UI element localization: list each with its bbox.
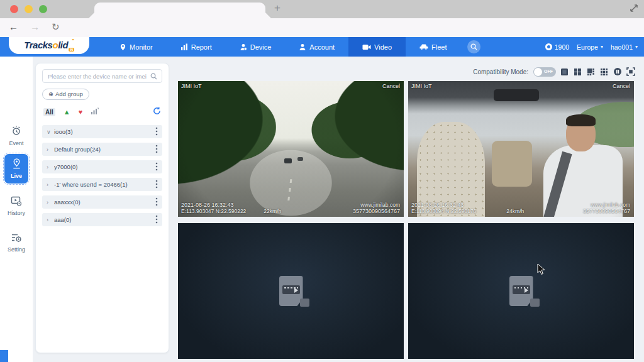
- sidebar-item-live[interactable]: Live: [4, 154, 28, 184]
- brand-spark-icon: ❞: [72, 38, 74, 43]
- play-icon: [525, 288, 528, 293]
- chevron-right-icon[interactable]: ›: [47, 199, 54, 206]
- bar-chart-icon: [180, 43, 188, 50]
- group-row[interactable]: › y7000(0): [42, 160, 162, 173]
- video-tile-empty[interactable]: [178, 223, 404, 359]
- chevron-right-icon[interactable]: ›: [47, 146, 54, 153]
- feed-brand-watermark: JIMI IoT: [411, 83, 432, 89]
- video-tile-cabin[interactable]: JIMI IoT Cancel 2021-08-26 16:32:43 E:11…: [408, 81, 634, 217]
- region-selector[interactable]: Europe▾: [577, 43, 603, 51]
- sidebar-item-setting[interactable]: Setting: [0, 233, 33, 253]
- rail-bottom-accent: [0, 350, 8, 362]
- global-search-button[interactable]: [467, 40, 480, 53]
- feed-id-overlay: www.jimilab.com 357730090564767: [353, 202, 400, 214]
- chevron-right-icon[interactable]: ›: [47, 182, 54, 188]
- kebab-menu-icon[interactable]: [155, 215, 158, 225]
- feed-speed: 22km/h: [264, 208, 281, 214]
- nav-item-device[interactable]: Device: [226, 37, 286, 57]
- chevron-down-icon[interactable]: ∨: [47, 129, 54, 135]
- browser-tab[interactable]: [94, 3, 265, 18]
- filter-moving-icon[interactable]: ▲: [64, 108, 70, 116]
- mouse-cursor: [537, 263, 546, 278]
- credits-display[interactable]: 1900: [545, 43, 569, 51]
- feed-timestamp: 2021-08-26 16:32:43: [181, 202, 281, 208]
- sidebar-item-history[interactable]: History: [0, 196, 33, 216]
- feed-id-overlay: www.jimilab.com 357730090564767: [583, 202, 630, 214]
- brand-logo[interactable]: TracksolidIN ❞: [9, 37, 89, 54]
- window-resize-icon[interactable]: [629, 3, 639, 16]
- app-screen: + ← → ↻ ☆ TracksolidIN ❞ Monitor Report: [0, 0, 644, 362]
- event-alarm-icon: [11, 126, 22, 136]
- feed-imei: 357730090564767: [583, 208, 630, 214]
- refresh-icon[interactable]: [153, 106, 161, 118]
- kebab-menu-icon[interactable]: [155, 197, 158, 207]
- compatibility-mode-label: Compatibility Mode:: [473, 69, 528, 75]
- group-row[interactable]: ∨ iooo(3): [42, 125, 162, 138]
- user-menu[interactable]: hao001▾: [611, 43, 638, 51]
- main-menu: Monitor Report Device Account Video Flee…: [106, 37, 480, 57]
- video-tile-empty[interactable]: [408, 223, 634, 359]
- layout-quad-icon[interactable]: [573, 67, 582, 77]
- search-icon[interactable]: [150, 73, 157, 80]
- nav-item-account[interactable]: Account: [285, 37, 348, 57]
- compatibility-mode-toggle[interactable]: OFF: [533, 67, 556, 77]
- filter-signal-icon[interactable]: [91, 106, 99, 118]
- video-area-header: Compatibility Mode: OFF: [175, 65, 635, 78]
- brand-badge: IN: [69, 48, 74, 52]
- kebab-menu-icon[interactable]: [155, 180, 158, 190]
- device-icon: [240, 43, 247, 51]
- nav-item-fleet[interactable]: Fleet: [406, 37, 460, 57]
- back-button[interactable]: ←: [9, 21, 18, 32]
- add-group-button[interactable]: ⊕ Add group: [42, 89, 89, 100]
- feed-speed: 24km/h: [506, 208, 524, 214]
- feed-cancel-button[interactable]: Cancel: [613, 83, 630, 89]
- fullscreen-icon[interactable]: [626, 67, 635, 77]
- feed-cancel-button[interactable]: Cancel: [382, 83, 400, 89]
- app-navbar: TracksolidIN ❞ Monitor Report Device Acc…: [0, 37, 644, 57]
- feed-timestamp: 2021-08-26 16:32:43: [411, 202, 524, 208]
- car-icon: [419, 43, 428, 50]
- layout-single-icon[interactable]: [560, 67, 569, 77]
- device-panel: ⊕ Add group All ▲ ♥ ∨ iooo(3) › Default …: [35, 63, 169, 353]
- group-row[interactable]: › aaaxxx(0): [42, 195, 162, 209]
- pause-all-icon[interactable]: [613, 67, 622, 77]
- new-tab-button[interactable]: +: [274, 2, 280, 14]
- reload-button[interactable]: ↻: [52, 21, 60, 33]
- device-search-input[interactable]: [42, 69, 162, 83]
- left-rail: Event Live History Setting: [0, 57, 33, 362]
- group-row[interactable]: › -1' where userId = 20466(1): [42, 178, 162, 191]
- window-zoom-button[interactable]: [39, 5, 47, 13]
- cabin-camera-frame: [408, 81, 634, 217]
- group-row[interactable]: › Default group(24): [42, 143, 162, 156]
- feed-brand-watermark: JIMI IoT: [181, 83, 202, 89]
- forward-button[interactable]: →: [30, 21, 40, 32]
- device-search: [42, 69, 162, 83]
- kebab-menu-icon[interactable]: [155, 127, 158, 137]
- sidebar-item-event[interactable]: Event: [0, 126, 33, 146]
- search-icon: [470, 43, 477, 50]
- chevron-right-icon[interactable]: ›: [47, 217, 54, 223]
- nav-item-video[interactable]: Video: [348, 37, 406, 57]
- feed-coordinates: E:113.903094 N:22.590176: [411, 208, 476, 214]
- nav-item-report[interactable]: Report: [167, 37, 226, 57]
- layout-six-icon[interactable]: [586, 67, 596, 77]
- video-file-placeholder-icon: [509, 276, 533, 306]
- video-tile-road[interactable]: JIMI IoT Cancel 2021-08-26 16:32:43 E:11…: [178, 81, 404, 217]
- group-list: ∨ iooo(3) › Default group(24) › y7000(0)…: [42, 125, 162, 226]
- chevron-down-icon: ▾: [601, 44, 603, 50]
- nav-item-monitor[interactable]: Monitor: [106, 37, 167, 57]
- filter-favorite-icon[interactable]: ♥: [79, 108, 83, 116]
- layout-nine-icon[interactable]: [599, 67, 609, 77]
- feed-telemetry-overlay: 2021-08-26 16:32:43 E:113.903047 N:22.59…: [181, 202, 281, 214]
- filter-all[interactable]: All: [43, 108, 55, 116]
- kebab-menu-icon[interactable]: [155, 162, 158, 172]
- brand-logo-text: TracksolidIN: [24, 40, 74, 52]
- kebab-menu-icon[interactable]: [155, 145, 158, 155]
- history-playback-icon: [11, 196, 22, 206]
- feed-watermark-url: www.jimilab.com: [353, 202, 400, 208]
- window-close-button[interactable]: [10, 5, 18, 13]
- chevron-right-icon[interactable]: ›: [47, 164, 54, 170]
- chevron-down-icon: ▾: [635, 44, 638, 50]
- window-minimize-button[interactable]: [25, 5, 33, 13]
- group-row[interactable]: › aaa(0): [42, 213, 162, 226]
